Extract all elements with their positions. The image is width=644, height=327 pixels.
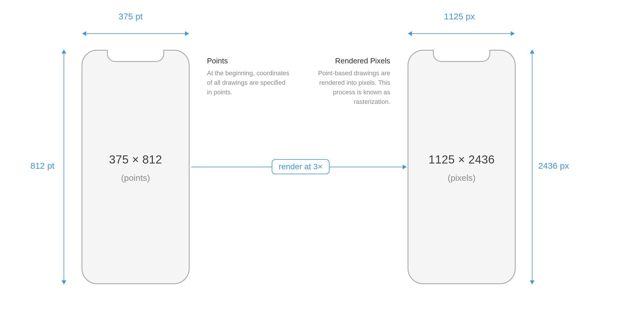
right-width-label: 1125 px [444, 12, 475, 21]
right-width-arrow [408, 33, 515, 34]
diagram-canvas: 375 pt 812 pt 375 × 812 (points) Points … [0, 0, 644, 327]
textblock-rendered-body: Point-based drawings are rendered into p… [306, 68, 390, 106]
textblock-points: Points At the beginning, coordinates of … [207, 56, 291, 97]
phone-points: 375 × 812 (points) [82, 50, 190, 284]
textblock-points-title: Points [207, 56, 291, 65]
phone-pixels: 1125 × 2436 (pixels) [408, 50, 516, 284]
phone-pixels-notch [433, 50, 490, 62]
textblock-rendered: Rendered Pixels Point-based drawings are… [306, 56, 390, 106]
phone-pixels-unit: (pixels) [408, 173, 515, 183]
phone-pixels-resolution: 1125 × 2436 [408, 153, 515, 166]
right-height-label: 2436 px [538, 161, 569, 171]
left-width-label: 375 pt [119, 12, 143, 21]
phone-points-unit: (points) [82, 173, 189, 183]
render-scale-pill: render at 3× [272, 159, 330, 174]
textblock-points-body: At the beginning, coordinates of all dra… [207, 68, 291, 97]
left-height-label: 812 pt [30, 161, 54, 171]
left-width-arrow [82, 33, 189, 34]
phone-points-resolution: 375 × 812 [82, 153, 189, 166]
right-height-arrow [532, 50, 532, 284]
textblock-rendered-title: Rendered Pixels [306, 56, 390, 65]
phone-points-notch [107, 50, 164, 62]
left-height-arrow [64, 50, 64, 284]
